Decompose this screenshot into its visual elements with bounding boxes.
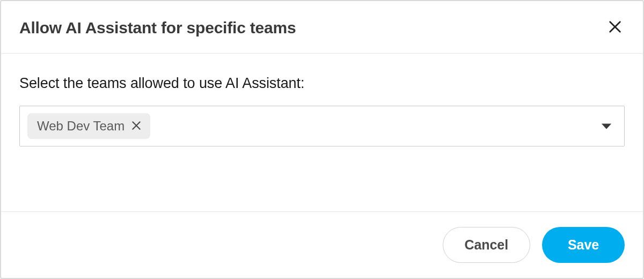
chip-label: Web Dev Team [37,119,125,134]
chip-remove-button[interactable] [130,119,143,134]
dialog-footer: Cancel Save [1,211,643,278]
selected-chips: Web Dev Team [27,113,150,139]
cancel-button[interactable]: Cancel [443,227,530,263]
dialog-body: Select the teams allowed to use AI Assis… [1,54,643,211]
close-icon [608,19,623,36]
dialog-title: Allow AI Assistant for specific teams [19,19,296,37]
close-icon [131,120,142,133]
team-chip: Web Dev Team [27,113,150,139]
team-select[interactable]: Web Dev Team [19,106,625,146]
close-button[interactable] [605,17,625,38]
chevron-down-icon [601,122,616,130]
dialog: Allow AI Assistant for specific teams Se… [0,0,644,279]
field-label: Select the teams allowed to use AI Assis… [19,75,625,92]
dialog-header: Allow AI Assistant for specific teams [1,1,643,54]
svg-marker-4 [602,123,611,129]
save-button[interactable]: Save [542,227,625,263]
